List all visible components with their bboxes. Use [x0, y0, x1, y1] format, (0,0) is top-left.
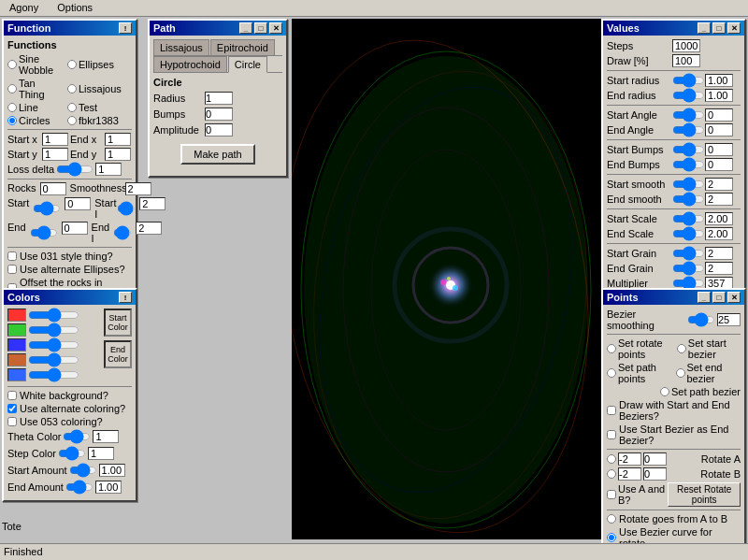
- start-rocks-input[interactable]: [65, 197, 91, 210]
- radio-fbkr-input[interactable]: [67, 116, 77, 125]
- start-y-input[interactable]: [42, 148, 68, 161]
- bezier-input[interactable]: [717, 313, 741, 326]
- path-close-btn[interactable]: ✕: [269, 22, 282, 34]
- colors-pin-btn[interactable]: !: [119, 292, 132, 303]
- radio-circles-input[interactable]: [7, 116, 17, 125]
- loss-delta-slider[interactable]: [56, 163, 94, 176]
- tab-hypotrochoid[interactable]: Hypotrochoid: [153, 56, 227, 72]
- rocks-input[interactable]: [40, 182, 66, 195]
- points-close-btn[interactable]: ✕: [727, 292, 741, 303]
- values-close-btn[interactable]: ✕: [727, 22, 741, 34]
- end-grain-input[interactable]: [705, 262, 733, 275]
- tab-epitrochoid[interactable]: Epitrochoid: [210, 39, 275, 55]
- end-smooth-slider[interactable]: [113, 222, 132, 244]
- radio-set-rotate[interactable]: [607, 344, 616, 353]
- end-smooth-slider2[interactable]: [672, 194, 705, 205]
- end-radius-input[interactable]: [705, 89, 733, 102]
- draw-input[interactable]: [672, 54, 700, 67]
- a-val1-input[interactable]: [618, 452, 641, 466]
- start-scale-input[interactable]: [705, 212, 733, 225]
- tab-circle[interactable]: Circle: [228, 56, 267, 73]
- color-slider-5[interactable]: [28, 369, 79, 381]
- cb-use-ab[interactable]: [607, 490, 616, 499]
- bumps-input[interactable]: [205, 108, 233, 121]
- end-x-input[interactable]: [105, 133, 131, 146]
- reset-rotate-btn[interactable]: Reset Rotate points: [668, 482, 741, 507]
- start-grain-slider[interactable]: [672, 248, 705, 259]
- end-rocks-slider[interactable]: [30, 222, 58, 244]
- end-radius-slider[interactable]: [672, 90, 705, 101]
- end-amount-input[interactable]: [95, 481, 122, 494]
- start-smooth-input2[interactable]: [705, 178, 733, 191]
- radio-sine-wobble[interactable]: Sine Wobble: [7, 53, 64, 76]
- cb-white-bg[interactable]: [7, 391, 17, 400]
- step-color-input[interactable]: [88, 447, 114, 460]
- start-bumps-input[interactable]: [705, 143, 733, 156]
- end-smooth-input[interactable]: [136, 222, 162, 235]
- cb-draw-start-end[interactable]: [607, 406, 616, 415]
- color-slider-4[interactable]: [28, 354, 79, 366]
- radio-tan-thing-input[interactable]: [7, 84, 17, 93]
- radio-lissajous-input[interactable]: [67, 84, 77, 93]
- cb-031[interactable]: [7, 251, 17, 261]
- path-min-btn[interactable]: _: [239, 22, 252, 34]
- values-max-btn[interactable]: □: [712, 22, 726, 34]
- step-color-slider[interactable]: [58, 446, 86, 461]
- theta-color-slider[interactable]: [63, 429, 91, 444]
- smoothness-input[interactable]: [125, 182, 151, 195]
- end-amount-slider[interactable]: [65, 480, 94, 495]
- radio-use-bezier-rotate[interactable]: [607, 533, 616, 542]
- start-amount-input[interactable]: [99, 464, 125, 477]
- menu-options[interactable]: Options: [51, 2, 98, 14]
- start-rocks-slider[interactable]: [33, 197, 61, 220]
- values-min-btn[interactable]: _: [698, 22, 711, 34]
- radio-set-end-bezier[interactable]: [676, 368, 685, 378]
- start-grain-input[interactable]: [705, 247, 733, 260]
- points-min-btn[interactable]: _: [698, 292, 711, 303]
- end-bumps-input[interactable]: [705, 158, 733, 171]
- radio-set-path-bezier[interactable]: [660, 387, 669, 396]
- a-val2-input[interactable]: [643, 452, 667, 466]
- start-smooth-input[interactable]: [139, 197, 165, 210]
- radio-line-input[interactable]: [7, 103, 17, 112]
- radio-circles[interactable]: Circles: [7, 115, 64, 126]
- cb-alt-color[interactable]: [7, 404, 17, 413]
- radio-lissajous[interactable]: Lissajous: [67, 78, 123, 100]
- start-x-input[interactable]: [42, 133, 68, 146]
- points-max-btn[interactable]: □: [712, 292, 726, 303]
- end-angle-input[interactable]: [705, 123, 733, 136]
- start-angle-slider[interactable]: [672, 109, 705, 121]
- cb-alt-ellipses[interactable]: [7, 265, 17, 274]
- loss-delta-input[interactable]: [95, 163, 122, 176]
- end-bumps-slider[interactable]: [672, 159, 705, 170]
- theta-color-input[interactable]: [93, 430, 119, 443]
- radio-set-path[interactable]: [607, 368, 616, 378]
- radio-a[interactable]: [607, 454, 616, 464]
- color-slider-1[interactable]: [28, 309, 79, 321]
- end-rocks-input[interactable]: [62, 222, 88, 235]
- end-angle-slider[interactable]: [672, 124, 705, 136]
- radio-ellipses[interactable]: Ellipses: [67, 53, 123, 76]
- end-scale-slider[interactable]: [672, 228, 705, 239]
- tab-lissajous[interactable]: Lissajous: [153, 39, 209, 55]
- color-slider-3[interactable]: [28, 339, 79, 351]
- end-scale-input[interactable]: [705, 227, 733, 240]
- amplitude-input[interactable]: [205, 123, 233, 136]
- end-grain-slider[interactable]: [672, 263, 705, 274]
- cb-use-start-bezier[interactable]: [607, 430, 616, 439]
- radio-sine-wobble-input[interactable]: [7, 60, 17, 69]
- radio-set-start-bezier[interactable]: [677, 344, 686, 353]
- b-val2-input[interactable]: [643, 467, 667, 481]
- end-y-input[interactable]: [105, 148, 131, 161]
- start-smooth-slider[interactable]: [117, 197, 136, 220]
- radio-fbkr[interactable]: fbkr1383: [67, 115, 123, 126]
- radio-b[interactable]: [607, 469, 616, 479]
- start-angle-input[interactable]: [705, 108, 733, 122]
- start-radius-slider[interactable]: [672, 75, 705, 86]
- end-smooth-input2[interactable]: [705, 193, 733, 206]
- start-bumps-slider[interactable]: [672, 144, 705, 155]
- path-max-btn[interactable]: □: [254, 22, 267, 34]
- b-val1-input[interactable]: [618, 467, 641, 481]
- start-scale-slider[interactable]: [672, 213, 705, 224]
- bezier-slider[interactable]: [687, 312, 715, 327]
